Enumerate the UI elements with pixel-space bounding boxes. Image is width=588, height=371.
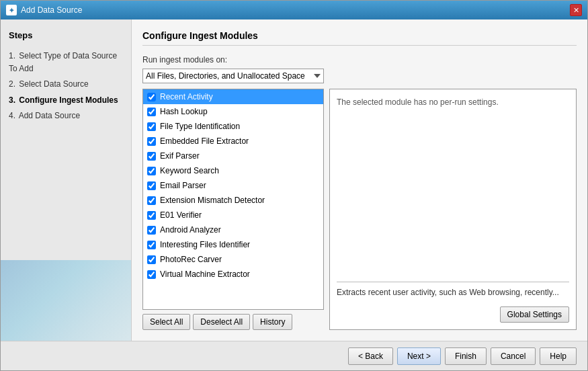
run-on-dropdown[interactable]: All Files, Directories, and Unallocated … <box>142 69 324 83</box>
next-button[interactable]: Next > <box>397 347 441 365</box>
module-email-parser-label: Email Parser <box>160 181 206 190</box>
description-text: Extracts recent user activity, such as W… <box>337 286 569 298</box>
module-interesting-files[interactable]: Interesting Files Identifier <box>143 237 323 252</box>
titlebar-left: ✦ Add Data Source <box>6 5 82 15</box>
module-extension-mismatch-label: Extension Mismatch Detector <box>160 196 265 205</box>
module-embedded-file-checkbox[interactable] <box>147 137 156 146</box>
module-buttons-row: Select All Deselect All History <box>142 314 324 330</box>
dropdown-row: All Files, Directories, and Unallocated … <box>142 69 577 83</box>
module-recent-activity-checkbox[interactable] <box>147 93 156 101</box>
steps-list: 1. Select Type of Data Source To Add 2. … <box>9 48 123 124</box>
spacer <box>337 114 569 278</box>
module-exif-parser-checkbox[interactable] <box>147 152 156 161</box>
step-2: 2. Select Data Source <box>9 77 123 92</box>
module-extension-mismatch-checkbox[interactable] <box>147 196 156 205</box>
module-recent-activity[interactable]: Recent Activity <box>143 89 323 104</box>
right-panel: The selected module has no per-run setti… <box>329 89 577 330</box>
module-virtual-machine-checkbox[interactable] <box>147 270 156 279</box>
deselect-all-button[interactable]: Deselect All <box>193 314 250 330</box>
module-e01-verifier[interactable]: E01 Verifier <box>143 208 323 222</box>
sidebar: Steps 1. Select Type of Data Source To A… <box>1 19 132 341</box>
two-panel: Recent Activity Hash Lookup File Type Id… <box>142 89 577 330</box>
module-embedded-file[interactable]: Embedded File Extractor <box>143 134 323 149</box>
step-3: 3. Configure Ingest Modules <box>9 93 123 108</box>
cancel-button[interactable]: Cancel <box>491 347 536 365</box>
history-button[interactable]: History <box>253 314 292 330</box>
footer: < Back Next > Finish Cancel Help <box>1 341 587 370</box>
module-recent-activity-label: Recent Activity <box>160 92 213 101</box>
module-e01-verifier-checkbox[interactable] <box>147 211 156 220</box>
app-icon: ✦ <box>6 5 17 15</box>
module-embedded-file-label: Embedded File Extractor <box>160 136 249 146</box>
step-1: 1. Select Type of Data Source To Add <box>9 48 123 77</box>
module-file-type-id-checkbox[interactable] <box>147 122 156 131</box>
global-settings-button[interactable]: Global Settings <box>500 306 569 323</box>
module-photorec-label: PhotoRec Carver <box>160 255 222 264</box>
select-all-button[interactable]: Select All <box>142 314 190 330</box>
run-on-label: Run ingest modules on: <box>142 55 577 65</box>
module-android-analyzer-label: Android Analyzer <box>160 225 221 235</box>
content-area: Steps 1. Select Type of Data Source To A… <box>1 19 587 341</box>
right-panel-inner: The selected module has no per-run setti… <box>337 96 569 323</box>
module-email-parser[interactable]: Email Parser <box>143 178 323 193</box>
modules-list: Recent Activity Hash Lookup File Type Id… <box>142 89 324 310</box>
module-e01-verifier-label: E01 Verifier <box>160 210 202 220</box>
sidebar-heading: Steps <box>9 30 123 40</box>
window-title: Add Data Source <box>21 5 82 15</box>
module-file-type-id[interactable]: File Type Identification <box>143 119 323 134</box>
module-virtual-machine-label: Virtual Machine Extractor <box>160 270 250 279</box>
module-android-analyzer[interactable]: Android Analyzer <box>143 222 323 237</box>
module-virtual-machine[interactable]: Virtual Machine Extractor <box>143 267 323 282</box>
back-button[interactable]: < Back <box>348 347 393 365</box>
bottom-divider: Extracts recent user activity, such as W… <box>337 282 569 323</box>
sidebar-decoration <box>1 260 131 341</box>
help-button[interactable]: Help <box>540 347 577 365</box>
module-hash-lookup-checkbox[interactable] <box>147 108 156 116</box>
module-photorec[interactable]: PhotoRec Carver <box>143 252 323 267</box>
info-text: The selected module has no per-run setti… <box>337 96 569 108</box>
titlebar: ✦ Add Data Source ✕ <box>1 1 587 19</box>
finish-button[interactable]: Finish <box>445 347 487 365</box>
module-photorec-checkbox[interactable] <box>147 255 156 264</box>
module-exif-parser[interactable]: Exif Parser <box>143 149 323 163</box>
step-4: 4. Add Data Source <box>9 108 123 124</box>
module-keyword-search-label: Keyword Search <box>160 166 219 175</box>
module-android-analyzer-checkbox[interactable] <box>147 226 156 235</box>
module-email-parser-checkbox[interactable] <box>147 181 156 190</box>
left-panel: Recent Activity Hash Lookup File Type Id… <box>142 89 324 330</box>
module-interesting-files-checkbox[interactable] <box>147 241 156 249</box>
close-button[interactable]: ✕ <box>570 4 582 16</box>
module-extension-mismatch[interactable]: Extension Mismatch Detector <box>143 193 323 208</box>
module-keyword-search-checkbox[interactable] <box>147 167 156 175</box>
module-interesting-files-label: Interesting Files Identifier <box>160 240 250 249</box>
module-hash-lookup[interactable]: Hash Lookup <box>143 104 323 119</box>
main-title: Configure Ingest Modules <box>142 30 577 46</box>
main-window: ✦ Add Data Source ✕ Steps 1. Select Type… <box>0 0 588 371</box>
module-file-type-id-label: File Type Identification <box>160 122 240 131</box>
module-hash-lookup-label: Hash Lookup <box>160 107 208 116</box>
main-content: Configure Ingest Modules Run ingest modu… <box>132 19 587 341</box>
module-exif-parser-label: Exif Parser <box>160 151 200 161</box>
module-keyword-search[interactable]: Keyword Search <box>143 163 323 178</box>
